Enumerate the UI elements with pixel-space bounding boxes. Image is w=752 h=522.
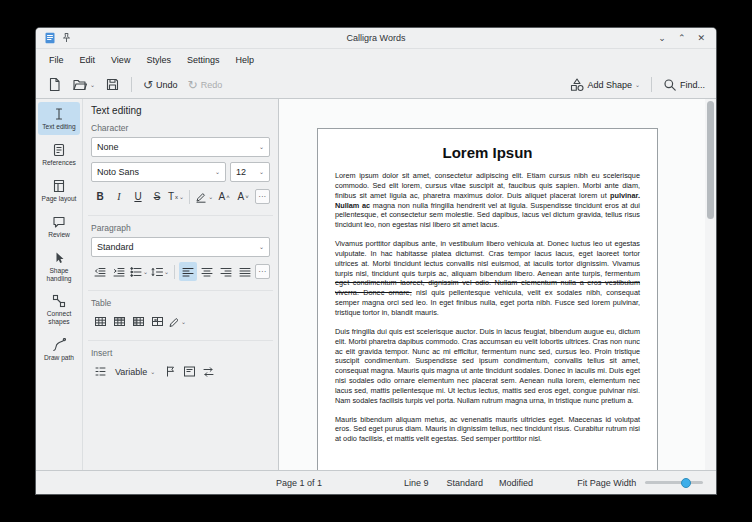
modified-indicator: Modified [499,478,533,488]
align-right-button[interactable] [217,262,235,281]
page-layout-icon [52,179,66,193]
sidebar-item-connect-shapes[interactable]: Connect shapes [38,289,80,330]
highlight-color-button[interactable]: ⌄ [194,187,214,206]
review-icon [52,215,66,229]
paragraph: Lorem ipsum dolor sit amet, consectetur … [335,171,640,230]
border-pen-icon [168,316,180,328]
vertical-scrollbar[interactable] [705,99,716,470]
sidebar-item-draw-path[interactable]: Draw path [38,333,80,366]
insert-row-button[interactable] [110,312,128,331]
sidebar-item-label: Draw path [44,354,74,362]
shrink-font-button[interactable]: A˅ [234,187,252,206]
character-style-select[interactable]: None ⌄ [91,137,270,157]
align-left-icon [182,266,194,278]
menu-file[interactable]: File [41,51,72,69]
bold-button[interactable]: B [91,187,109,206]
down-arrow-icon: ˅ [245,194,249,200]
sidebar-item-text-editing[interactable]: Text editing [38,102,80,135]
menu-edit[interactable]: Edit [72,51,104,69]
minimize-button[interactable]: ⌄ [658,33,666,43]
variable-dropdown[interactable]: Variable ⌄ [110,362,160,381]
indent-increase-button[interactable] [110,262,128,281]
indent-decrease-button[interactable] [91,262,109,281]
font-size-select[interactable]: 12 ⌄ [230,162,270,182]
sidebar-item-references[interactable]: References [38,138,80,171]
line-spacing-button[interactable]: ⌄ [150,262,170,281]
maximize-button[interactable]: ⌃ [678,33,686,43]
grow-font-button[interactable]: A˄ [215,187,233,206]
chevron-down-icon: ⌄ [259,144,264,150]
save-button[interactable] [101,74,124,96]
folder-open-icon [72,77,87,92]
italic-button[interactable]: I [110,187,128,206]
undo-label: Undo [156,80,178,90]
insert-row-icon [113,315,126,328]
font-family-select[interactable]: Noto Sans ⌄ [91,162,226,182]
sidebar-item-label: References [42,159,76,167]
align-left-button[interactable] [179,262,197,281]
table-section-label: Table [91,298,270,308]
insert-column-button[interactable] [129,312,147,331]
undo-icon: ↺ [143,79,153,91]
bullet-list-button[interactable]: ⌄ [129,262,149,281]
insert-table-button[interactable] [91,312,109,331]
add-shape-button[interactable]: Add Shape ⌄ [566,74,644,96]
insert-table-icon [94,315,107,328]
align-justify-button[interactable] [236,262,254,281]
align-center-button[interactable] [198,262,216,281]
underline-button[interactable]: U [129,187,147,206]
text-editing-icon [52,107,66,121]
new-document-button[interactable] [43,74,66,96]
redo-button[interactable]: ↻ Redo [184,74,227,96]
pin-icon[interactable] [61,32,72,43]
paragraph-style-select[interactable]: Standard ⌄ [91,237,270,257]
strikethrough-button[interactable]: S [148,187,166,206]
paragraph-more-button[interactable]: ... [255,264,270,279]
undo-button[interactable]: ↺ Undo [139,74,182,96]
sidebar-item-page-layout[interactable]: Page layout [38,174,80,207]
chevron-down-icon: ⌄ [90,82,95,88]
document-canvas[interactable]: Lorem Ipsun Lorem ipsum dolor sit amet, … [279,99,716,470]
table-border-pen-button[interactable]: ⌄ [167,312,187,331]
font-size-value: 12 [236,167,246,177]
line-spacing-icon [151,266,163,278]
zoom-slider-handle[interactable] [681,478,691,488]
text-editing-docker: Text editing Character None ⌄ Noto Sans … [83,99,279,470]
chevron-down-icon: ⌄ [181,319,186,325]
insert-text-frame-button[interactable] [180,362,198,381]
insert-bookmark-button[interactable] [161,362,179,381]
delete-cells-button[interactable] [148,312,166,331]
menu-help[interactable]: Help [227,51,262,69]
open-document-button[interactable]: ⌄ [68,74,99,96]
app-window: Calligra Words ⌄ ⌃ ✕ File Edit View Styl… [36,28,716,494]
zoom-slider[interactable] [645,476,703,490]
section-divider [88,340,273,341]
zoom-mode-button[interactable]: Fit Page Width [577,478,636,488]
chevron-down-icon: ⌄ [143,269,148,275]
titlebar[interactable]: Calligra Words ⌄ ⌃ ✕ [36,28,716,49]
find-button[interactable]: Find... [659,74,709,96]
superscript-subscript-button[interactable]: Tx ⌄ [167,187,185,206]
tool-sidebar: Text editing References Page layout Revi… [36,99,83,470]
sidebar-item-review[interactable]: Review [38,210,80,243]
character-more-button[interactable]: ... [255,189,270,204]
bullet-list-icon [130,266,142,278]
insert-toc-button[interactable] [91,362,109,381]
chevron-down-icon: ⌄ [215,169,220,175]
indent-increase-icon [113,266,125,278]
chevron-down-icon: ⌄ [259,244,264,250]
page-indicator[interactable]: Page 1 of 1 [276,478,322,488]
sidebar-item-label: Text editing [42,123,75,131]
document-page[interactable]: Lorem Ipsun Lorem ipsum dolor sit amet, … [317,128,658,470]
menu-settings[interactable]: Settings [179,51,228,69]
insert-cross-reference-button[interactable] [199,362,217,381]
scrollbar-thumb[interactable] [707,101,714,219]
section-divider [88,290,273,291]
script-glyph: T [168,191,174,202]
marker-pen-icon [195,191,207,203]
chevron-down-icon: ⌄ [208,194,213,200]
menu-view[interactable]: View [103,51,138,69]
sidebar-item-shape-handling[interactable]: Shape handling [38,246,80,287]
close-button[interactable]: ✕ [697,33,705,43]
menu-styles[interactable]: Styles [138,51,179,69]
